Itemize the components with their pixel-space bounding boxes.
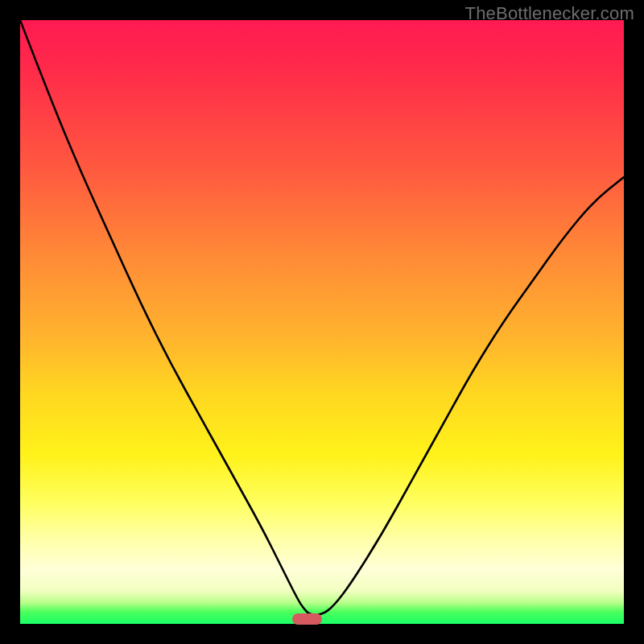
plot-area (20, 20, 624, 624)
bottleneck-curve (20, 20, 624, 624)
optimal-marker (292, 613, 323, 625)
chart-frame: TheBottlenecker.com (0, 0, 644, 644)
watermark-text: TheBottlenecker.com (465, 3, 634, 24)
curve-path (20, 20, 624, 615)
